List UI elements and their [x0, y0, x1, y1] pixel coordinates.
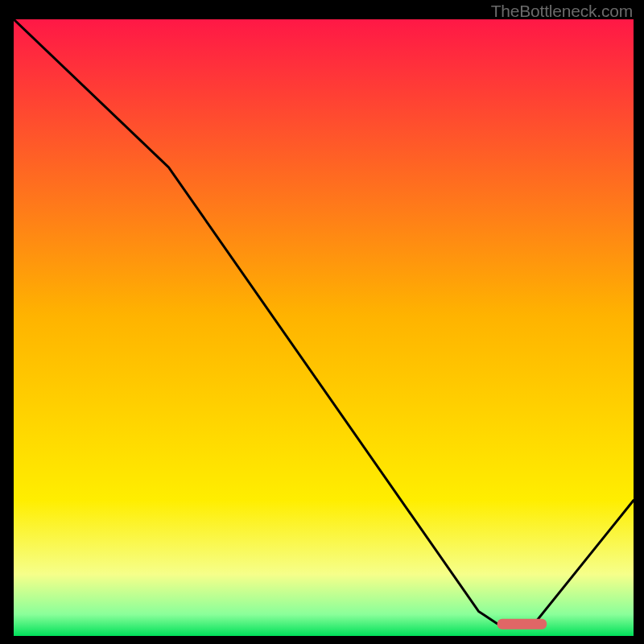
bottleneck-chart — [14, 19, 634, 636]
optimal-range-marker — [497, 619, 547, 630]
watermark-text: TheBottleneck.com — [491, 2, 633, 21]
gradient-background — [14, 19, 634, 636]
chart-frame — [14, 19, 634, 636]
